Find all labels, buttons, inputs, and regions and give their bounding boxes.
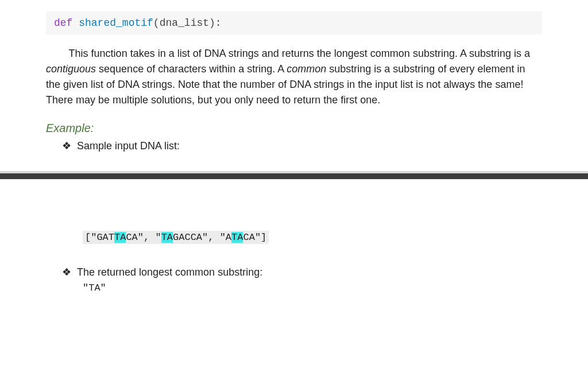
slide-top: def shared_motif(dna_list): This functio… (0, 0, 588, 171)
bullet-glyph-icon: ❖ (62, 138, 71, 154)
code-close: CA"] (243, 232, 266, 243)
desc-em2: common (287, 63, 326, 75)
description-paragraph: This function takes in a list of DNA str… (46, 46, 542, 108)
code-highlight-3: TA (231, 232, 243, 243)
code-s1: CA", " (126, 232, 161, 243)
function-signature: def shared_motif(dna_list): (46, 11, 542, 34)
function-name: shared_motif (79, 17, 153, 29)
sample-input-code: ["GATTACA", "TAGACCA", "ATACA"] (83, 231, 269, 244)
returned-value: "TA" (83, 282, 542, 293)
code-open: ["GAT (85, 232, 114, 243)
bullet-returned: ❖ The returned longest common substring: (62, 265, 542, 280)
keyword-def: def (54, 17, 79, 29)
bullet-sample-input: ❖ Sample input DNA list: (62, 138, 542, 154)
desc-t2: sequence of characters within a string. … (96, 63, 287, 75)
bullet-output-label: The returned longest common substring: (77, 265, 262, 280)
code-highlight-1: TA (114, 232, 126, 243)
slide-divider (0, 171, 588, 179)
code-s2: GACCA", "A (173, 232, 231, 243)
slide-bottom: ["GATTACA", "TAGACCA", "ATACA"] ❖ The re… (0, 179, 588, 311)
function-args: (dna_list): (153, 17, 222, 29)
code-highlight-2: TA (161, 232, 173, 243)
example-heading: Example: (46, 122, 542, 135)
desc-em1: contiguous (46, 63, 96, 75)
bullet-input-label: Sample input DNA list: (77, 138, 180, 154)
desc-t1: This function takes in a list of DNA str… (69, 48, 530, 59)
bullet-glyph-icon: ❖ (62, 265, 71, 280)
